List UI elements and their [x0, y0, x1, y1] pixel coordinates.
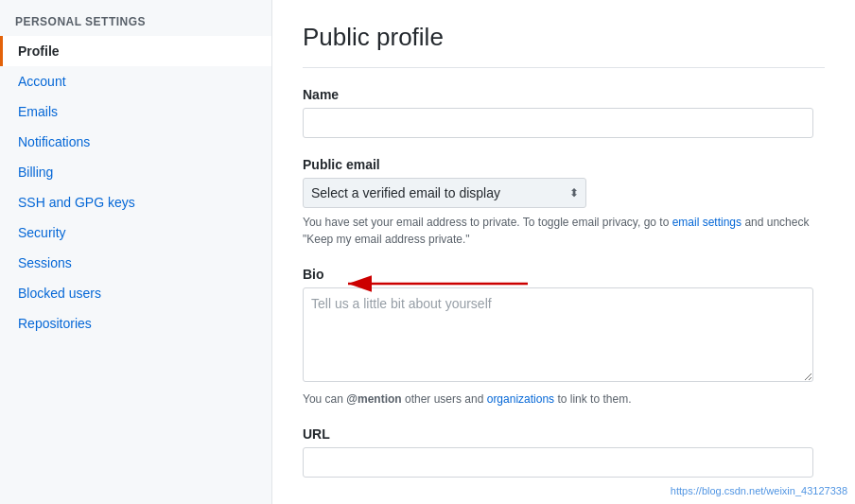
- name-field-group: Name: [303, 87, 825, 138]
- sidebar: Personal settings Profile Account Emails…: [0, 0, 272, 504]
- url-field-group: URL: [303, 426, 825, 478]
- mention-text: @mention: [346, 392, 401, 406]
- sidebar-item-security[interactable]: Security: [0, 217, 271, 248]
- sidebar-item-billing[interactable]: Billing: [0, 157, 271, 187]
- bio-textarea[interactable]: [303, 287, 813, 382]
- watermark: https://blog.csdn.net/weixin_43127338: [671, 485, 847, 496]
- sidebar-item-label: Billing: [18, 165, 53, 180]
- email-help-text: You have set your email address to priva…: [303, 214, 813, 248]
- email-select[interactable]: Select a verified email to display: [303, 178, 586, 208]
- email-settings-link[interactable]: email settings: [672, 216, 742, 229]
- sidebar-item-label: SSH and GPG keys: [18, 195, 135, 210]
- sidebar-item-account[interactable]: Account: [0, 66, 271, 96]
- sidebar-item-blocked-users[interactable]: Blocked users: [0, 278, 271, 308]
- name-input[interactable]: [303, 108, 813, 138]
- sidebar-item-label: Sessions: [18, 255, 72, 270]
- bio-field-group: Bio You can @mention other users and org…: [303, 267, 825, 408]
- url-input[interactable]: [303, 447, 813, 478]
- sidebar-item-label: Notifications: [18, 134, 90, 149]
- sidebar-item-emails[interactable]: Emails: [0, 96, 271, 127]
- sidebar-item-label: Account: [18, 74, 66, 89]
- email-select-wrapper: Select a verified email to display ⬍: [303, 178, 586, 208]
- sidebar-item-label: Blocked users: [18, 286, 101, 301]
- public-email-group: Public email Select a verified email to …: [303, 157, 825, 248]
- page-title: Public profile: [303, 23, 825, 68]
- sidebar-item-label: Repositories: [18, 316, 92, 331]
- sidebar-title: Personal settings: [0, 0, 271, 36]
- organizations-link[interactable]: organizations: [487, 392, 554, 406]
- sidebar-item-notifications[interactable]: Notifications: [0, 127, 271, 157]
- sidebar-item-profile[interactable]: Profile: [0, 36, 271, 66]
- main-content: Public profile Name Public email Select …: [272, 0, 855, 504]
- sidebar-item-label: Security: [18, 225, 66, 240]
- bio-label: Bio: [303, 267, 825, 282]
- url-label: URL: [303, 426, 825, 442]
- bio-help-text: You can @mention other users and organiz…: [303, 391, 813, 408]
- sidebar-item-repositories[interactable]: Repositories: [0, 308, 271, 339]
- sidebar-item-sessions[interactable]: Sessions: [0, 248, 271, 278]
- public-email-label: Public email: [303, 157, 825, 172]
- sidebar-item-label: Emails: [18, 104, 58, 119]
- sidebar-item-ssh-gpg[interactable]: SSH and GPG keys: [0, 187, 271, 217]
- sidebar-item-label: Profile: [18, 43, 60, 59]
- name-label: Name: [303, 87, 825, 102]
